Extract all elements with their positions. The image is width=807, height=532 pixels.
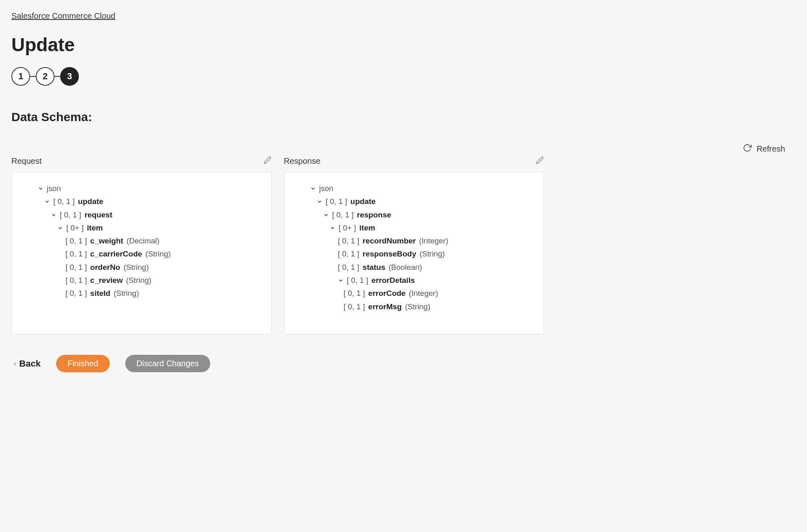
cardinality: [ 0+ ] bbox=[66, 221, 84, 235]
tree-row: [ 0, 1 ] c_weight (Decimal) bbox=[22, 235, 261, 248]
field-name: c_review bbox=[90, 274, 123, 287]
field-name: request bbox=[85, 208, 113, 221]
back-button[interactable]: ‹ Back bbox=[11, 358, 41, 369]
tree-row[interactable]: [ 0, 1 ] errorDetails bbox=[294, 274, 534, 287]
field-name: update bbox=[78, 195, 103, 208]
tree-root[interactable]: json bbox=[294, 182, 534, 195]
tree-row: [ 0, 1 ] status (Boolean) bbox=[294, 261, 534, 274]
tree-row: [ 0, 1 ] errorMsg (String) bbox=[294, 300, 534, 313]
cardinality: [ 0, 1 ] bbox=[65, 274, 87, 287]
cardinality: [ 0, 1 ] bbox=[65, 235, 87, 248]
field-name: item bbox=[87, 221, 103, 235]
tree-row[interactable]: [ 0+ ] item bbox=[22, 221, 261, 235]
field-type: (Decimal) bbox=[126, 235, 159, 248]
request-panel: json [ 0, 1 ] update[ 0, 1 ] request[ 0+… bbox=[11, 172, 272, 334]
field-name: response bbox=[357, 208, 391, 221]
cardinality: [ 0, 1 ] bbox=[65, 287, 87, 300]
field-name: errorMsg bbox=[368, 300, 402, 313]
tree-row[interactable]: [ 0, 1 ] update bbox=[22, 195, 261, 208]
section-title: Data Schema: bbox=[11, 110, 796, 124]
tree-row: [ 0, 1 ] orderNo (String) bbox=[22, 261, 261, 274]
cardinality: [ 0, 1 ] bbox=[53, 195, 75, 208]
response-panel: json [ 0, 1 ] update[ 0, 1 ] response[ 0… bbox=[284, 172, 544, 334]
tree-row: [ 0, 1 ] siteId (String) bbox=[22, 287, 261, 300]
field-name: errorDetails bbox=[372, 274, 415, 287]
tree-row[interactable]: [ 0, 1 ] response bbox=[294, 208, 534, 221]
field-type: (Boolean) bbox=[389, 261, 422, 274]
field-name: orderNo bbox=[90, 261, 120, 274]
cardinality: [ 0, 1 ] bbox=[326, 195, 347, 208]
refresh-label: Refresh bbox=[757, 144, 785, 154]
field-name: responseBody bbox=[363, 248, 416, 261]
field-name: recordNumber bbox=[363, 235, 416, 248]
tree-root-label: json bbox=[47, 182, 61, 195]
cardinality: [ 0, 1 ] bbox=[338, 261, 359, 274]
step-2[interactable]: 2 bbox=[36, 67, 54, 86]
field-name: c_carrierCode bbox=[90, 248, 142, 261]
field-type: (String) bbox=[126, 274, 151, 287]
chevron-down-icon bbox=[38, 186, 44, 191]
cardinality: [ 0, 1 ] bbox=[338, 248, 359, 261]
cardinality: [ 0, 1 ] bbox=[338, 235, 359, 248]
tree-root-label: json bbox=[319, 182, 333, 195]
cardinality: [ 0, 1 ] bbox=[344, 287, 365, 300]
cardinality: [ 0, 1 ] bbox=[65, 261, 87, 274]
chevron-down-icon bbox=[44, 199, 50, 204]
field-type: (String) bbox=[124, 261, 149, 274]
request-header: Request bbox=[11, 156, 42, 166]
tree-row[interactable]: [ 0, 1 ] update bbox=[294, 195, 534, 208]
tree-row: [ 0, 1 ] errorCode (Integer) bbox=[294, 287, 534, 300]
chevron-down-icon bbox=[330, 225, 335, 231]
tree-root[interactable]: json bbox=[22, 182, 261, 195]
chevron-down-icon bbox=[338, 278, 344, 283]
field-name: item bbox=[359, 221, 375, 235]
tree-row[interactable]: [ 0+ ] item bbox=[294, 221, 534, 235]
field-name: errorCode bbox=[368, 287, 406, 300]
back-label: Back bbox=[19, 358, 41, 369]
chevron-down-icon bbox=[310, 186, 316, 191]
step-3[interactable]: 3 bbox=[60, 67, 79, 86]
chevron-down-icon bbox=[317, 199, 322, 204]
tree-row: [ 0, 1 ] responseBody (String) bbox=[294, 248, 534, 261]
chevron-left-icon: ‹ bbox=[14, 360, 16, 367]
chevron-down-icon bbox=[57, 225, 63, 231]
tree-row: [ 0, 1 ] c_carrierCode (String) bbox=[22, 248, 261, 261]
finished-button[interactable]: Finished bbox=[56, 355, 110, 372]
field-type: (Integer) bbox=[419, 235, 448, 248]
step-connector bbox=[30, 76, 36, 77]
tree-row[interactable]: [ 0, 1 ] request bbox=[22, 208, 261, 221]
response-header: Response bbox=[284, 156, 320, 166]
field-type: (String) bbox=[146, 248, 171, 261]
cardinality: [ 0, 1 ] bbox=[347, 274, 368, 287]
step-1[interactable]: 1 bbox=[11, 67, 30, 86]
field-type: (String) bbox=[420, 248, 445, 261]
field-name: siteId bbox=[90, 287, 111, 300]
tree-row: [ 0, 1 ] c_review (String) bbox=[22, 274, 261, 287]
field-name: c_weight bbox=[90, 235, 123, 248]
tree-row: [ 0, 1 ] recordNumber (Integer) bbox=[294, 235, 534, 248]
refresh-button[interactable]: Refresh bbox=[743, 143, 785, 154]
cardinality: [ 0, 1 ] bbox=[60, 208, 81, 221]
field-type: (String) bbox=[405, 300, 430, 313]
cardinality: [ 0, 1 ] bbox=[332, 208, 354, 221]
field-type: (Integer) bbox=[409, 287, 438, 300]
cardinality: [ 0, 1 ] bbox=[65, 248, 87, 261]
edit-request-icon[interactable] bbox=[263, 156, 272, 166]
field-name: status bbox=[363, 261, 385, 274]
edit-response-icon[interactable] bbox=[536, 156, 544, 166]
breadcrumb-link[interactable]: Salesforce Commerce Cloud bbox=[11, 11, 115, 20]
cardinality: [ 0, 1 ] bbox=[344, 300, 365, 313]
discard-button[interactable]: Discard Changes bbox=[125, 355, 210, 372]
field-type: (String) bbox=[113, 287, 139, 300]
cardinality: [ 0+ ] bbox=[339, 221, 356, 235]
stepper: 1 2 3 bbox=[11, 67, 796, 86]
chevron-down-icon bbox=[323, 212, 329, 218]
refresh-icon bbox=[743, 143, 752, 154]
step-connector bbox=[54, 76, 60, 77]
page-title: Update bbox=[11, 34, 796, 56]
field-name: update bbox=[350, 195, 376, 208]
chevron-down-icon bbox=[51, 212, 57, 218]
